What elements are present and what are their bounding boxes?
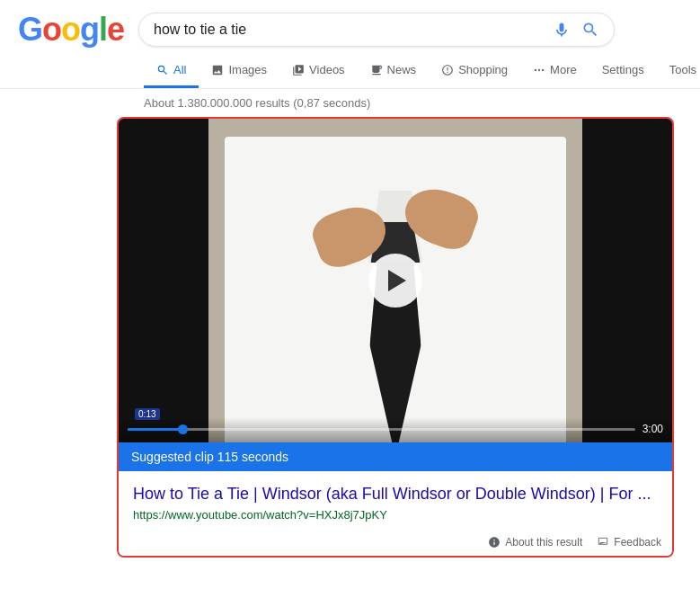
suggested-clip-bar: Suggested clip 115 seconds xyxy=(119,442,672,471)
nav-label-more: More xyxy=(550,63,577,76)
nav-settings[interactable]: Settings xyxy=(589,54,657,88)
nav-label-all: All xyxy=(173,63,186,76)
google-logo: Google xyxy=(18,11,124,49)
search-input[interactable] xyxy=(154,22,544,38)
time-total: 3:00 xyxy=(642,423,663,435)
result-card: 0:13 3:00 Suggested clip 115 seconds How… xyxy=(117,117,674,558)
video-black-left xyxy=(119,119,208,442)
feedback-button[interactable]: Feedback xyxy=(597,536,661,549)
mic-icon[interactable] xyxy=(553,21,571,39)
nav-item-shopping[interactable]: Shopping xyxy=(429,54,520,88)
nav-label-tools: Tools xyxy=(669,63,696,76)
result-title[interactable]: How to Tie a Tie | Windsor (aka Full Win… xyxy=(133,484,658,504)
nav-item-more[interactable]: More xyxy=(520,54,589,88)
nav-item-images[interactable]: Images xyxy=(199,54,279,88)
header: Google xyxy=(0,0,700,49)
result-footer: About this result Feedback xyxy=(119,531,672,556)
feedback-label: Feedback xyxy=(614,536,661,549)
nav-right: Settings Tools xyxy=(589,54,700,88)
video-black-right xyxy=(582,119,672,442)
result-info: How to Tie a Tie | Windsor (aka Full Win… xyxy=(119,471,672,531)
nav-label-news: News xyxy=(387,63,417,76)
video-player[interactable]: 0:13 3:00 xyxy=(119,119,672,442)
search-button[interactable] xyxy=(581,21,599,39)
nav-label-settings: Settings xyxy=(602,63,644,76)
progress-bar-container: 0:13 3:00 xyxy=(128,423,663,435)
nav-item-all[interactable]: All xyxy=(144,54,199,88)
suggested-clip-label: Suggested clip 115 seconds xyxy=(131,450,288,464)
progress-thumb xyxy=(178,424,188,434)
nav-item-news[interactable]: News xyxy=(358,54,430,88)
svg-point-0 xyxy=(535,68,536,70)
search-bar[interactable] xyxy=(138,13,615,47)
progress-track[interactable]: 0:13 xyxy=(128,428,635,431)
video-controls: 0:13 3:00 xyxy=(119,417,672,442)
svg-point-1 xyxy=(538,68,540,70)
result-count: About 1.380.000.000 results (0,87 second… xyxy=(0,89,700,117)
progress-fill: 0:13 xyxy=(128,428,183,431)
nav-tools[interactable]: Tools xyxy=(657,54,700,88)
svg-point-2 xyxy=(542,68,544,70)
play-icon xyxy=(388,270,406,291)
about-result-label: About this result xyxy=(505,536,582,549)
nav-bar: All Images Videos News Shopping More Set… xyxy=(0,49,700,89)
about-result-button[interactable]: About this result xyxy=(488,536,582,549)
nav-label-images: Images xyxy=(228,63,267,76)
main-content: 0:13 3:00 Suggested clip 115 seconds How… xyxy=(0,117,700,576)
nav-label-shopping: Shopping xyxy=(458,63,508,76)
nav-label-videos: Videos xyxy=(309,63,345,76)
play-button[interactable] xyxy=(368,254,422,308)
result-url[interactable]: https://www.youtube.com/watch?v=HXJx8j7J… xyxy=(133,508,658,522)
time-badge: 0:13 xyxy=(135,408,159,420)
nav-item-videos[interactable]: Videos xyxy=(279,54,358,88)
